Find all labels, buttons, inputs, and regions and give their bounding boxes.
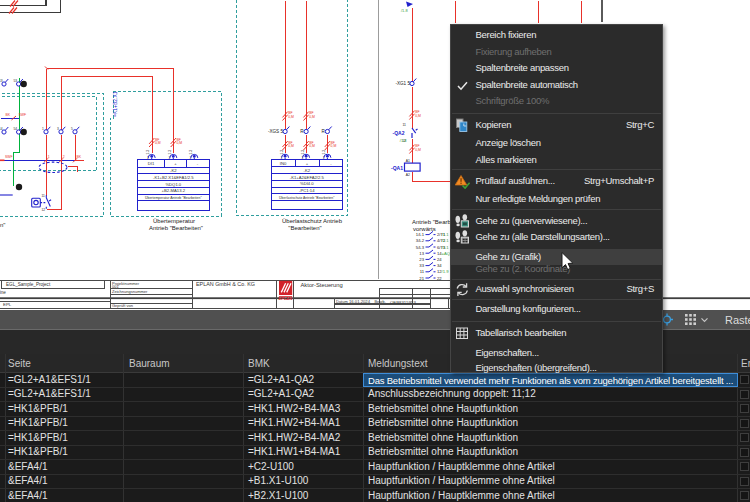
svg-text:1.3: 1.3 [322, 150, 326, 155]
svg-text:beiten": beiten" [0, 222, 5, 228]
svg-text:Aktor-Steuerung: Aktor-Steuerung [301, 282, 343, 288]
svg-text:1.3: 1.3 [146, 150, 150, 155]
svg-text:A1: A1 [406, 159, 410, 163]
svg-text:Geprüft von: Geprüft von [112, 303, 133, 308]
svg-text:12: 12 [42, 208, 46, 212]
svg-text:BK: BK [77, 155, 82, 159]
svg-text:=K1+B2.X1: =K1+B2.X1 [112, 91, 118, 117]
svg-text:24: 24 [437, 257, 442, 262]
svg-text:/1.9: /1.9 [442, 269, 450, 274]
svg-text:13: 13 [0, 79, 3, 83]
svg-text:Antrieb "Bearbei: Antrieb "Bearbei [412, 219, 456, 225]
svg-text:Überlastschutz Antrieb: Überlastschutz Antrieb [282, 218, 343, 224]
svg-text:1: 1 [48, 155, 50, 159]
svg-text:%DI4.0: %DI4.0 [300, 181, 314, 186]
svg-text:1: 1 [42, 127, 44, 131]
svg-text:OEB8315953: OEB8315953 [390, 300, 416, 305]
svg-text:/1.1: /1.1 [442, 245, 450, 250]
svg-text:2: 2 [63, 155, 65, 159]
svg-text:Übertemperatur Antrieb "Bearbe: Übertemperatur Antrieb "Bearbeiten" [145, 196, 203, 200]
svg-text:-QA1: -QA1 [391, 165, 403, 171]
svg-text:1.3: 1.3 [168, 150, 172, 155]
svg-text:%DQ1.0: %DQ1.0 [165, 182, 181, 187]
svg-text:1/L1: 1/L1 [416, 232, 425, 237]
svg-text:-QA2: -QA2 [393, 130, 405, 136]
svg-text:34: 34 [437, 263, 442, 268]
svg-text:16.01.2024: 16.01.2024 [349, 299, 371, 304]
svg-text:A2: A2 [406, 173, 410, 177]
svg-text:-K1+A2&EFA2/2.5: -K1+A2&EFA2/2.5 [290, 175, 325, 180]
svg-text:54: 54 [14, 127, 18, 131]
svg-text:5/L3: 5/L3 [416, 245, 425, 250]
svg-text:23: 23 [419, 257, 424, 262]
svg-text:-PC1:14: -PC1:14 [299, 188, 315, 193]
svg-text:-XGS 5: -XGS 5 [268, 129, 284, 134]
svg-text:aschine: aschine [0, 290, 6, 295]
svg-text:Übertemperatur: Übertemperatur [153, 218, 195, 224]
svg-text:Datum: Datum [336, 299, 348, 304]
svg-text:SWF: SWF [5, 155, 13, 159]
svg-text:14: 14 [0, 127, 3, 131]
svg-text:53: 53 [14, 79, 18, 83]
svg-text:EPLAN GmbH & Co. KG: EPLAN GmbH & Co. KG [196, 281, 255, 287]
svg-text:"Bearbeiten": "Bearbeiten" [288, 225, 321, 231]
svg-text:DI1: DI1 [148, 161, 155, 166]
svg-text:1.3: 1.3 [280, 150, 284, 155]
svg-text:/1.8: /1.8 [400, 138, 407, 143]
svg-text:-XG1 5: -XG1 5 [395, 81, 410, 86]
svg-text:IN0: IN0 [280, 161, 287, 166]
svg-text:3: 3 [57, 127, 59, 131]
svg-text:11: 11 [420, 269, 425, 274]
svg-text:/1.8: /1.8 [401, 8, 408, 13]
svg-text:BK: BK [6, 113, 11, 117]
svg-text:Antrieb "Bearbeiten": Antrieb "Bearbeiten" [149, 225, 203, 231]
svg-text:-K2: -K2 [170, 168, 177, 173]
svg-text:11: 11 [402, 123, 406, 127]
svg-text:Zeichnungsnummer: Zeichnungsnummer [112, 289, 148, 294]
svg-text:Bearb.: Bearb. [375, 300, 386, 304]
svg-text:3/L2: 3/L2 [416, 238, 425, 243]
svg-text:/1.1: /1.1 [442, 232, 450, 237]
svg-text:11: 11 [42, 194, 46, 198]
svg-text:/1.1: /1.1 [442, 238, 450, 243]
svg-text:EGL_Sample_Project: EGL_Sample_Project [6, 282, 51, 287]
svg-text:SWF: SWF [19, 113, 27, 117]
svg-text:5: 5 [71, 127, 73, 131]
svg-text:vorwärts: vorwärts [413, 226, 436, 232]
svg-text:EPL: EPL [3, 302, 12, 307]
svg-text:-K1+B2.X1&EFA1/2.5: -K1+B2.X1&EFA1/2.5 [153, 175, 194, 180]
svg-text:13: 13 [419, 251, 424, 256]
svg-text:33: 33 [419, 263, 424, 268]
svg-text:1.3: 1.3 [301, 150, 305, 155]
svg-text:+B2-MA13.2: +B2-MA13.2 [162, 188, 186, 193]
svg-text:1.3: 1.3 [189, 150, 193, 155]
svg-text:-K2: -K2 [304, 168, 311, 173]
svg-text:Überlastschutz Antrieb "Bearbe: Überlastschutz Antrieb "Bearbeiten" [279, 196, 335, 200]
